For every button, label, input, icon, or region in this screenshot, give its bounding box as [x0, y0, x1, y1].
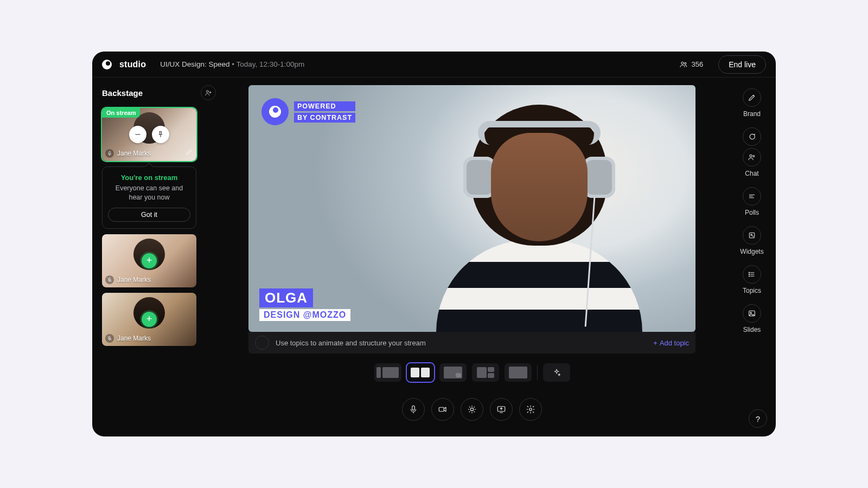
svg-rect-10: [439, 407, 444, 412]
list-icon: [258, 339, 266, 346]
plus-icon: +: [653, 339, 658, 347]
rail-slides[interactable]: Slides: [743, 304, 761, 333]
share-screen-button[interactable]: [490, 398, 513, 421]
rail-widgets[interactable]: Widgets: [740, 226, 763, 255]
edit-name-button[interactable]: [186, 148, 193, 158]
add-to-stream-button[interactable]: +: [142, 253, 157, 268]
rail-topics[interactable]: Topics: [743, 265, 761, 294]
mic-icon: [409, 404, 418, 414]
rail-chat[interactable]: Chat: [743, 127, 761, 177]
invite-people-button[interactable]: [201, 85, 216, 100]
on-stream-popover: You're on stream Everyone can see and he…: [102, 166, 196, 229]
mic-icon: [107, 151, 112, 156]
svg-point-19: [749, 276, 749, 277]
svg-point-14: [750, 155, 752, 157]
svg-rect-9: [412, 406, 415, 410]
add-topic-button[interactable]: + Add topic: [653, 339, 689, 347]
widget-icon: [748, 231, 756, 240]
sparkle-icon: [552, 368, 561, 377]
mic-toggle-button[interactable]: [402, 398, 425, 421]
popover-headline: You're on stream: [108, 174, 190, 182]
svg-point-6: [259, 341, 260, 342]
camera-toggle-button[interactable]: [431, 398, 454, 421]
stream-watermark: POWERED BY CONTRAST: [261, 98, 355, 125]
brightness-icon: [467, 404, 477, 414]
topic-bar: Use topics to animate and structure your…: [248, 332, 695, 354]
svg-point-15: [753, 156, 755, 157]
participant-name-row: Jane Marks: [105, 149, 151, 158]
backstage-tile[interactable]: On stream Jane Marks: [102, 108, 196, 161]
live-stage: POWERED BY CONTRAST OLGA DESIGN @MOZZO: [248, 85, 695, 332]
layout-full-button[interactable]: [505, 363, 532, 382]
av-controls: [402, 398, 542, 421]
list-icon: [748, 270, 756, 279]
backstage-panel: Backstage On stream: [102, 85, 216, 429]
pin-icon: [157, 131, 164, 138]
image-icon: [748, 309, 756, 318]
session-time: Today, 12:30-1:00pm: [237, 60, 305, 68]
rail-brand[interactable]: Brand: [743, 88, 761, 118]
mic-off-icon: [107, 277, 112, 282]
session-meta: UI/UX Design: Speed • Today, 12:30-1:00p…: [160, 60, 304, 68]
gear-icon: [526, 404, 535, 414]
pencil-icon: [748, 93, 756, 102]
add-to-stream-button[interactable]: +: [142, 312, 157, 327]
chat-bubble-icon: [748, 132, 756, 141]
help-button[interactable]: ?: [749, 409, 767, 428]
backstage-title: Backstage: [102, 88, 143, 98]
settings-button[interactable]: [519, 398, 542, 421]
header-bar: studio UI/UX Design: Speed • Today, 12:3…: [92, 52, 776, 78]
people-icon: [748, 153, 756, 162]
lower-third-subtitle: DESIGN @MOZZO: [259, 309, 350, 321]
person-plus-icon: [205, 89, 212, 97]
lower-third: OLGA DESIGN @MOZZO: [259, 288, 350, 321]
layout-auto-button[interactable]: [543, 363, 570, 382]
topics-menu-button[interactable]: [255, 336, 269, 350]
session-title: UI/UX Design: Speed: [160, 60, 229, 68]
topic-hint: Use topics to animate and structure your…: [276, 339, 647, 347]
brand-name: studio: [119, 60, 146, 69]
presenter-video: [432, 105, 647, 332]
on-stream-badge: On stream: [102, 108, 140, 118]
pencil-icon: [186, 148, 193, 156]
app-window: studio UI/UX Design: Speed • Today, 12:3…: [92, 52, 776, 436]
layout-solo-button[interactable]: [374, 363, 401, 382]
svg-point-8: [259, 344, 260, 344]
pin-button[interactable]: [152, 126, 169, 143]
mic-muted-icon: [105, 334, 114, 343]
layout-divider: [537, 365, 538, 380]
backstage-tile[interactable]: + Jane Marks: [102, 293, 196, 346]
mic-status-icon: [105, 149, 114, 158]
brand-logo-icon: [102, 60, 112, 69]
svg-point-21: [750, 312, 751, 313]
remove-from-stream-button[interactable]: [129, 126, 146, 143]
poll-icon: [748, 192, 756, 201]
svg-point-1: [685, 62, 686, 64]
layout-dual-button[interactable]: [407, 363, 434, 382]
mic-muted-icon: [105, 275, 114, 284]
viewer-count: 356: [679, 60, 703, 69]
lighting-button[interactable]: [461, 398, 483, 421]
people-icon: [679, 60, 688, 69]
layout-pip-button[interactable]: [439, 363, 467, 382]
svg-point-17: [749, 272, 749, 273]
end-live-button[interactable]: End live: [718, 55, 766, 74]
backstage-tile[interactable]: + Jane Marks: [102, 234, 196, 287]
rail-polls[interactable]: Polls: [743, 187, 761, 216]
svg-rect-3: [109, 151, 111, 154]
screen-share-icon: [496, 404, 506, 414]
svg-point-2: [206, 91, 208, 93]
svg-point-0: [681, 62, 684, 64]
watermark-logo-icon: [261, 98, 289, 125]
main-column: POWERED BY CONTRAST OLGA DESIGN @MOZZO U…: [226, 85, 718, 429]
svg-point-18: [749, 274, 749, 274]
layout-sidebar-button[interactable]: [472, 363, 499, 382]
svg-point-13: [529, 408, 532, 411]
mic-off-icon: [107, 336, 112, 341]
minus-icon: [134, 131, 142, 138]
right-rail: Brand Chat Polls Widgets Topics: [728, 85, 776, 429]
svg-point-11: [470, 408, 473, 410]
popover-dismiss-button[interactable]: Got it: [108, 208, 190, 222]
popover-subtext: Everyone can see and hear you now: [108, 184, 190, 202]
camera-icon: [438, 404, 448, 414]
